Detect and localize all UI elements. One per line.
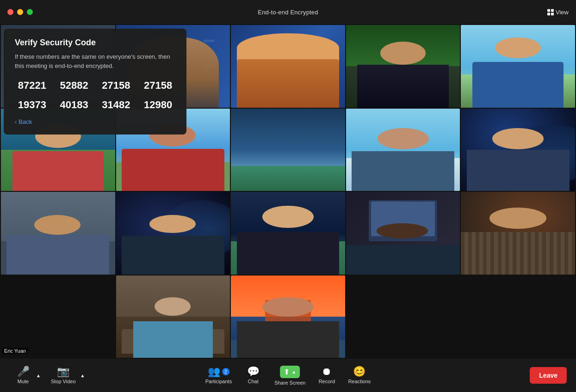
- toolbar-right: Leave: [530, 367, 567, 384]
- code-7: 31482: [99, 99, 134, 111]
- share-screen-label: Share Screen: [274, 380, 305, 386]
- svg-rect-0: [547, 9, 550, 12]
- video-icon: 📷: [57, 367, 69, 377]
- participants-button[interactable]: 👥 2 Participants: [200, 364, 237, 387]
- reactions-button[interactable]: 😊 Reactions: [342, 364, 376, 387]
- code-8: 12980: [141, 99, 175, 111]
- video-cell-r3c2: [116, 192, 230, 275]
- share-screen-caret: ▲: [291, 369, 296, 374]
- view-icon: [547, 9, 554, 15]
- security-panel-description: If these numbers are the same on everyon…: [15, 52, 175, 70]
- code-1: 87221: [15, 80, 50, 92]
- video-cell-r3c4: [346, 192, 460, 275]
- code-6: 40183: [57, 99, 92, 111]
- window-controls: [7, 9, 33, 15]
- video-cell-r1c4: [346, 25, 460, 108]
- participant-count: 2: [222, 368, 229, 375]
- record-button[interactable]: ⏺ Record: [313, 364, 341, 387]
- back-button[interactable]: ‹ Back: [15, 118, 32, 125]
- svg-rect-2: [547, 12, 550, 15]
- svg-rect-1: [551, 9, 554, 12]
- video-caret[interactable]: ▲: [80, 373, 86, 378]
- code-3: 27158: [99, 80, 134, 92]
- chat-icon: 💬: [247, 367, 260, 377]
- video-cell-r4c3: [231, 276, 345, 358]
- stop-video-label: Stop Video: [51, 379, 76, 384]
- code-2: 52882: [57, 80, 92, 92]
- record-label: Record: [319, 379, 335, 384]
- code-4: 27158: [141, 80, 175, 92]
- share-screen-button[interactable]: ⬆ ▲ Share Screen: [269, 363, 311, 388]
- participants-icon: 👥: [208, 367, 220, 377]
- video-cell-r1c5: [461, 25, 575, 108]
- video-cell-r2c3: [231, 109, 345, 191]
- code-5: 19373: [15, 99, 50, 111]
- leave-button[interactable]: Leave: [530, 367, 567, 384]
- svg-rect-3: [551, 12, 554, 15]
- reactions-icon: 😊: [353, 367, 365, 377]
- share-screen-icon: ⬆: [284, 368, 290, 376]
- record-icon: ⏺: [322, 367, 332, 377]
- video-cell-r2c4: [346, 109, 460, 191]
- minimize-button[interactable]: [17, 9, 23, 15]
- video-cell-r4c2: [116, 276, 230, 358]
- stop-video-button[interactable]: 📷 Stop Video: [45, 364, 81, 387]
- reactions-label: Reactions: [348, 379, 371, 384]
- share-screen-icon-wrap: ⬆ ▲: [280, 366, 300, 378]
- meeting-title: End-to-end Encrypted: [258, 9, 318, 16]
- view-label: View: [556, 9, 569, 16]
- toolbar-left: 🎤 Mute ▲ 📷 Stop Video ▲: [9, 364, 87, 387]
- microphone-icon: 🎤: [17, 367, 30, 377]
- chat-button[interactable]: 💬 Chat: [239, 364, 267, 387]
- participants-label: Participants: [205, 379, 232, 384]
- toolbar: 🎤 Mute ▲ 📷 Stop Video ▲ 👥 2 Participants…: [0, 359, 576, 392]
- video-cell-r3c3: [231, 192, 345, 275]
- back-label: Back: [19, 118, 32, 125]
- security-panel-heading: Verify Security Code: [15, 38, 175, 48]
- video-cell-r1c3: [231, 25, 345, 108]
- chat-label: Chat: [248, 379, 259, 384]
- video-cell-r2c5: [461, 109, 575, 191]
- view-button[interactable]: View: [547, 9, 569, 16]
- maximize-button[interactable]: [27, 9, 33, 15]
- eric-yuan-label: Eric Yuan: [2, 348, 28, 354]
- video-cell-r3c1: [1, 192, 115, 275]
- mute-caret[interactable]: ▲: [35, 373, 42, 378]
- toolbar-center: 👥 2 Participants 💬 Chat ⬆ ▲ Share Screen…: [200, 363, 377, 388]
- chevron-left-icon: ‹: [15, 118, 17, 125]
- close-button[interactable]: [7, 9, 13, 15]
- security-panel: Verify Security Code If these numbers ar…: [4, 29, 186, 135]
- security-code-row1: 87221 52882 27158 27158: [15, 80, 175, 92]
- mute-button[interactable]: 🎤 Mute: [9, 364, 37, 387]
- video-cell-r3c5: [461, 192, 575, 275]
- title-bar: End-to-end Encrypted View: [0, 0, 576, 24]
- security-code-row2: 19373 40183 31482 12980: [15, 99, 175, 111]
- mute-label: Mute: [18, 379, 29, 384]
